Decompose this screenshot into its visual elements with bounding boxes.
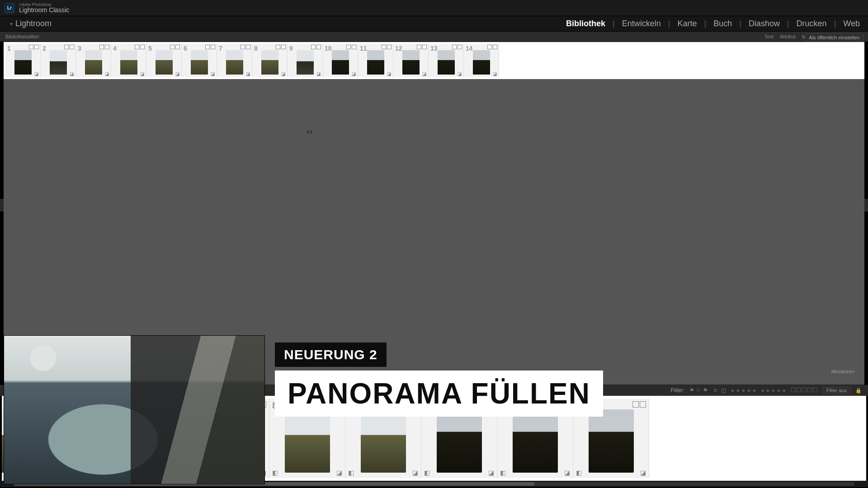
thumbnail-image bbox=[156, 50, 173, 75]
thumbnail-image bbox=[297, 50, 314, 75]
grid-thumbnail[interactable]: 7◪ bbox=[217, 44, 252, 77]
thumbnail-badges bbox=[29, 45, 39, 49]
module-diashow[interactable]: Diashow bbox=[746, 18, 783, 29]
flag-filters[interactable]: ⚑⚐⚑ bbox=[689, 387, 709, 394]
thumbnail-flag-icon: ◪ bbox=[175, 71, 179, 76]
module-picker: ▾ Lightroom Bibliothek| Entwickeln| Kart… bbox=[0, 16, 868, 32]
grid-thumbnail[interactable]: 14◪ bbox=[464, 44, 499, 77]
thumbnail-flag-icon: ◪ bbox=[281, 71, 285, 76]
rating-filters[interactable]: ★ ★ ★ ★ ★ ★ ★ ★ ★ ★ bbox=[731, 387, 786, 394]
thumbnail-image bbox=[402, 50, 420, 75]
grid-thumbnail[interactable]: 3◪ bbox=[76, 44, 111, 77]
thumbnail-image bbox=[120, 50, 137, 75]
thumbnail-flag-icon: ◪ bbox=[316, 71, 321, 76]
filmstrip-flag-br: ◪ bbox=[412, 469, 418, 476]
thumbnail-image bbox=[473, 50, 490, 75]
filmstrip-flag-br: ◪ bbox=[488, 469, 494, 476]
thumbnail-flag-icon: ◪ bbox=[70, 71, 74, 76]
module-web[interactable]: Web bbox=[840, 18, 863, 29]
publish-button[interactable]: Als öffentlich einstellen bbox=[805, 33, 863, 42]
thumbnail-flag-icon: ◪ bbox=[246, 71, 250, 76]
thumbnail-badges bbox=[64, 45, 74, 49]
module-bibliothek[interactable]: Bibliothek bbox=[563, 18, 608, 29]
title-headline: PANORAMA FÜLLEN bbox=[275, 371, 603, 417]
identity-label: Lightroom bbox=[15, 19, 52, 28]
thumbnail-index: 14 bbox=[466, 45, 473, 52]
filmstrip-badges bbox=[632, 401, 646, 408]
thumbnail-index: 1 bbox=[7, 45, 11, 52]
filmstrip-flag-bl: ◧ bbox=[500, 469, 506, 476]
filter-lock-icon[interactable]: 🔒 bbox=[855, 388, 862, 394]
grid-thumbnail[interactable]: 2◪ bbox=[41, 44, 76, 77]
grid-thumbnail[interactable]: 8◪ bbox=[252, 44, 288, 77]
thumbnail-image bbox=[226, 50, 243, 75]
filmstrip-flag-bl: ◧ bbox=[272, 469, 278, 476]
thumbnail-flag-icon: ◪ bbox=[34, 71, 38, 76]
grid-thumbnail[interactable]: 12◪ bbox=[393, 44, 429, 77]
thumbnail-badges bbox=[205, 45, 215, 49]
thumbnail-image bbox=[14, 50, 32, 75]
module-karte[interactable]: Karte bbox=[675, 18, 699, 29]
thumbnail-index: 13 bbox=[430, 45, 438, 52]
thumbnail-index: 6 bbox=[184, 45, 187, 52]
grid-thumbnail[interactable]: 11◪ bbox=[358, 44, 393, 77]
thumbnail-flag-icon: ◪ bbox=[387, 71, 391, 76]
module-drucken[interactable]: Drucken bbox=[794, 18, 830, 29]
thumbnail-badges bbox=[241, 45, 250, 49]
thumbnail-badges bbox=[170, 45, 180, 49]
grid-thumbnail[interactable]: 5◪ bbox=[146, 44, 182, 77]
app-logo: Lr bbox=[5, 3, 14, 13]
grid-thumbnail[interactable]: 9◪ bbox=[288, 44, 323, 77]
thumbnail-index: 10 bbox=[325, 45, 332, 52]
thumbnail-index: 9 bbox=[289, 45, 293, 52]
grid-thumbnail[interactable]: 13◪ bbox=[429, 44, 464, 77]
sort-icon[interactable]: ≡ bbox=[713, 387, 717, 394]
thumbnails-label: Miniaturen bbox=[831, 369, 854, 374]
bottom-filter-off[interactable]: Filter aus bbox=[822, 387, 851, 394]
thumbnail-image bbox=[438, 50, 455, 75]
thumbnail-image bbox=[261, 50, 278, 75]
thumbnail-badges bbox=[417, 45, 427, 49]
thumbnail-badges bbox=[276, 45, 286, 49]
thumbnail-index: 3 bbox=[78, 45, 81, 52]
color-filters[interactable] bbox=[791, 387, 818, 394]
thumbnail-badges bbox=[346, 45, 356, 49]
thumbnail-image bbox=[85, 50, 102, 75]
filter-attribut[interactable]: Attribut bbox=[780, 34, 796, 39]
thumbnail-flag-icon: ◪ bbox=[211, 71, 215, 76]
identity-plate[interactable]: ▾ Lightroom bbox=[10, 16, 52, 31]
thumbnail-image bbox=[50, 50, 67, 75]
thumbnail-badges bbox=[382, 45, 392, 49]
title-overlay: NEUERUNG 2 PANORAMA FÜLLEN bbox=[275, 343, 603, 417]
thumbnail-image bbox=[191, 50, 208, 75]
thumbnail-image bbox=[332, 50, 349, 75]
filmstrip-flag-br: ◪ bbox=[336, 469, 342, 476]
grid-view[interactable]: 1◪2◪3◪4◪5◪6◪7◪8◪9◪10◪11◪12◪13◪14◪ ▭ bbox=[4, 42, 864, 385]
thumbnail-index: 5 bbox=[148, 45, 152, 52]
grid-thumbnail[interactable]: 4◪ bbox=[111, 44, 146, 77]
filmstrip-image bbox=[589, 409, 634, 473]
filter-text[interactable]: Text bbox=[764, 34, 774, 39]
filmstrip-image bbox=[437, 409, 482, 473]
filmstrip-flag-br: ◪ bbox=[564, 469, 570, 476]
grid-thumbnail[interactable]: 1◪ bbox=[5, 44, 41, 77]
filmstrip-image bbox=[361, 409, 406, 473]
module-buch[interactable]: Buch bbox=[711, 18, 735, 29]
filmstrip-image bbox=[285, 409, 330, 473]
thumbnail-image bbox=[367, 50, 384, 75]
thumbnail-flag-icon: ◪ bbox=[458, 71, 462, 76]
app-name: Lightroom Classic bbox=[19, 7, 69, 13]
thumbnail-flag-icon: ◪ bbox=[493, 71, 497, 76]
thumbnail-flag-icon: ◪ bbox=[422, 71, 426, 76]
thumbnail-index: 7 bbox=[219, 45, 222, 52]
compare-icon[interactable]: ◫ bbox=[721, 387, 726, 394]
thumbnail-flag-icon: ◪ bbox=[105, 71, 109, 76]
thumbnail-badges bbox=[452, 45, 462, 49]
module-entwickeln[interactable]: Entwickeln bbox=[619, 18, 664, 29]
grid-thumbnail[interactable]: 6◪ bbox=[182, 44, 217, 77]
left-panel-toggle[interactable] bbox=[0, 199, 4, 211]
grid-thumbnail[interactable]: 10◪ bbox=[323, 44, 358, 77]
right-panel-toggle[interactable] bbox=[864, 199, 868, 211]
thumbnail-flag-icon: ◪ bbox=[140, 71, 144, 76]
titlebar: Lr Adobe Photoshop Lightroom Classic bbox=[0, 0, 868, 16]
